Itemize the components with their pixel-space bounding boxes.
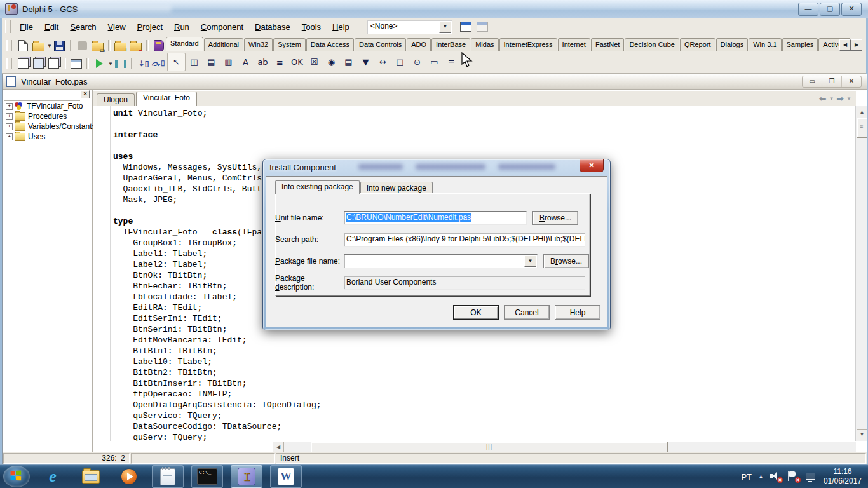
help-button[interactable]: Help (555, 305, 600, 320)
palette-tab-internet[interactable]: Internet (558, 38, 590, 51)
back-icon[interactable]: ⬅ (819, 93, 827, 104)
language-indicator[interactable]: PT (741, 472, 752, 482)
expand-icon[interactable]: + (6, 123, 13, 130)
palette-tab-standard[interactable]: Standard (166, 37, 203, 51)
palette-tab-internetexpress[interactable]: InternetExpress (499, 38, 557, 51)
palette-tab-data-access[interactable]: Data Access (306, 38, 354, 51)
add-file-to-project-icon[interactable]: + (113, 38, 128, 53)
select-form-icon[interactable] (31, 56, 46, 71)
palette-tab-additional[interactable]: Additional (204, 38, 243, 51)
toolbar-grip[interactable] (6, 58, 12, 69)
horizontal-scroll-thumb[interactable]: ||| (311, 442, 668, 453)
action-center-icon[interactable]: ✕ (788, 471, 799, 482)
actionlist-icon[interactable]: ≡ (443, 53, 460, 71)
run-icon[interactable] (92, 56, 107, 71)
scroll-down-icon[interactable]: ▼ (857, 429, 867, 440)
palette-tab-samples[interactable]: Samples (782, 38, 818, 51)
desktop-combo[interactable]: <None> ▼ (367, 20, 452, 34)
ok-button[interactable]: OK (453, 305, 499, 320)
scrollbar-icon[interactable]: ↔ (374, 53, 391, 71)
package-description-input[interactable]: Borland User Components (344, 276, 585, 290)
palette-tab-data-controls[interactable]: Data Controls (355, 38, 406, 51)
dialog-tab-into-new-package[interactable]: Into new package (360, 182, 433, 194)
combobox-icon[interactable]: ▼ (357, 53, 374, 71)
expand-icon[interactable]: + (6, 103, 13, 110)
windows-explorer-icon[interactable] (76, 466, 106, 487)
radiobutton-icon[interactable]: ◉ (323, 53, 340, 71)
palette-tab-fastnet[interactable]: FastNet (591, 38, 625, 51)
notepad-icon[interactable] (152, 465, 184, 488)
browse-package-button[interactable]: Browse... (543, 254, 589, 268)
trace-into-icon[interactable]: ⇣▯ (136, 56, 151, 71)
vertical-scrollbar[interactable]: ▲ ▼ (855, 106, 867, 441)
scroll-left-icon[interactable]: ◀ (839, 39, 851, 51)
open-file-icon[interactable] (31, 38, 46, 53)
listbox-icon[interactable]: ▤ (340, 53, 357, 71)
chevron-down-icon[interactable]: ▼ (846, 96, 851, 102)
cancel-button[interactable]: Cancel (504, 305, 550, 320)
palette-tab-interbase[interactable]: InterBase (431, 38, 470, 51)
label-icon[interactable]: A (237, 53, 254, 71)
menu-item-edit[interactable]: Edit (39, 20, 64, 34)
media-player-icon[interactable] (114, 466, 144, 487)
menu-item-project[interactable]: Project (132, 20, 168, 34)
remove-file-from-project-icon[interactable]: － (128, 38, 144, 53)
tree-item-uses[interactable]: +Uses (4, 132, 96, 142)
word-icon[interactable]: W (270, 465, 302, 488)
horizontal-scrollbar[interactable]: ◀ ||| (273, 442, 856, 452)
panel-icon[interactable]: ▭ (426, 53, 443, 71)
palette-tab-ado[interactable]: ADO (407, 38, 431, 51)
editor-tab-ulogon[interactable]: Ulogon (97, 93, 135, 106)
unit-file-name-input[interactable]: C:\BRUNO\NumberEdit\Numedit.pas (344, 211, 527, 225)
browse-unit-button[interactable]: Browse... (532, 211, 578, 225)
forward-icon[interactable]: ➡ (836, 93, 844, 104)
pointer-icon[interactable]: ↖ (167, 53, 186, 71)
close-button[interactable]: ✕ (841, 3, 862, 16)
menu-item-component[interactable]: Component (195, 20, 249, 34)
mainmenu-icon[interactable]: ▤ (203, 53, 220, 71)
network-icon[interactable] (806, 471, 817, 482)
chevron-down-icon[interactable]: ▼ (108, 61, 113, 67)
clock[interactable]: 11:16 01/06/2017 (824, 467, 862, 486)
button-icon[interactable]: OK (288, 53, 306, 71)
command-prompt-icon[interactable]: C:\_ (191, 465, 223, 488)
frames-icon[interactable]: ◫ (186, 53, 203, 71)
select-unit-icon[interactable] (15, 56, 31, 71)
menu-item-view[interactable]: View (102, 20, 132, 34)
help-contents-icon[interactable] (151, 38, 166, 53)
vertical-scroll-thumb[interactable] (857, 118, 867, 138)
show-hidden-icons-icon[interactable]: ▲ (758, 473, 764, 480)
palette-tab-win-3-1[interactable]: Win 3.1 (749, 38, 781, 51)
menu-item-run[interactable]: Run (168, 20, 195, 34)
chevron-down-icon[interactable]: ▼ (829, 96, 834, 102)
chevron-down-icon[interactable]: ▼ (47, 43, 52, 49)
minimize-button[interactable]: — (798, 3, 818, 16)
toolbar-grip[interactable] (5, 20, 11, 33)
save-file-icon[interactable] (52, 38, 67, 53)
scroll-up-icon[interactable]: ▲ (857, 107, 867, 118)
edit-icon[interactable]: ab (254, 53, 271, 71)
memo-icon[interactable]: ≣ (271, 53, 288, 71)
groupbox-icon[interactable]: □ (391, 53, 409, 71)
open-project-icon[interactable]: ▭ (90, 38, 105, 53)
tree-item-procedures[interactable]: +Procedures (4, 111, 96, 121)
menu-item-database[interactable]: Database (249, 20, 296, 34)
palette-tab-win32[interactable]: Win32 (244, 38, 273, 51)
expand-icon[interactable]: + (6, 133, 13, 140)
palette-tab-dialogs[interactable]: Dialogs (716, 38, 749, 51)
expand-icon[interactable]: + (6, 113, 13, 120)
delphi-icon[interactable]: ⌶ (231, 465, 262, 488)
internet-explorer-icon[interactable]: e (37, 466, 68, 487)
scroll-left-icon[interactable]: ◀ (273, 442, 284, 453)
palette-tab-decision-cube[interactable]: Decision Cube (625, 38, 679, 51)
toggle-form-unit-icon[interactable] (46, 56, 61, 71)
editor-close-button[interactable]: ✕ (841, 76, 861, 87)
palette-tab-midas[interactable]: Midas (471, 38, 498, 51)
radiogroup-icon[interactable]: ⊙ (409, 53, 426, 71)
dialog-close-icon[interactable]: ✕ (580, 159, 604, 172)
tree-item-tfvincular-foto[interactable]: +TFVincular_Foto (4, 101, 96, 111)
explorer-close-icon[interactable]: ✕ (81, 90, 90, 98)
toolbar-grip[interactable] (6, 40, 12, 51)
volume-muted-icon[interactable]: ✕ (770, 471, 782, 482)
editor-tab-vincular_foto[interactable]: Vincular_Foto (136, 92, 197, 106)
